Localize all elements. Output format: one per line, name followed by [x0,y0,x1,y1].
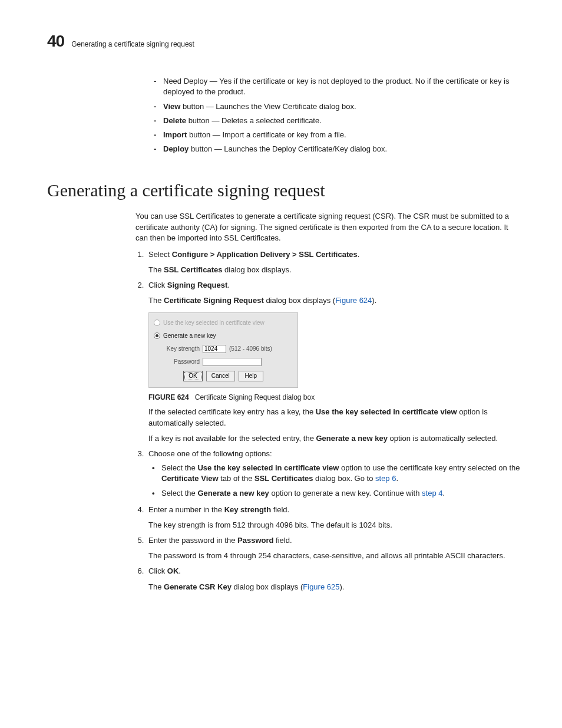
text: . [178,566,181,575]
step-3: Choose one of the following options: Sel… [146,449,521,499]
ok-button[interactable]: OK [183,371,202,381]
text: Certificate Signing Request [164,296,264,305]
text: dialog box displays ( [232,582,303,591]
key-strength-hint: (512 - 4096 bits) [229,345,272,353]
procedure-steps: Select Configure > Application Delivery … [135,249,521,592]
figure-link[interactable]: Figure 625 [303,582,339,591]
text: Choose one of the following options: [148,449,272,458]
text: OK [167,566,179,575]
step-4: Enter a number in the Key strength field… [146,505,521,531]
top-bullet-block: Need Deploy — Yes if the certificate or … [150,76,521,154]
text: The key strength is from 512 through 409… [148,520,521,531]
text: field. [273,536,292,545]
radio-label: Generate a new key [163,332,216,340]
text: Configure > Application Delivery > SSL C… [172,250,358,259]
text: field. [271,505,289,514]
step-5: Enter the password in the Password field… [146,535,521,561]
text: Enter the password in the [148,536,237,545]
text: View [163,102,180,111]
text: button — Import a certificate or key fro… [187,130,346,139]
list-item: Select the Generate a new key option to … [148,488,521,499]
text: option to generate a new key. Continue w… [269,489,422,498]
chapter-running-title: Generating a certificate signing request [71,39,194,50]
text: dialog box displays. [222,265,291,274]
text: Signing Request [167,281,228,289]
text: Select the [161,463,197,472]
figure-title: Certificate Signing Request dialog box [195,393,315,401]
csr-dialog-mock: Use the key selected in certificate view… [148,312,298,388]
radio-use-selected-key[interactable] [154,319,160,326]
step-6: Click OK. The Generate CSR Key dialog bo… [146,566,521,592]
intro-paragraph: You can use SSL Certificates to generate… [135,211,521,243]
text: button — Launches the View Certificate d… [180,102,356,111]
step-2: Click Signing Request. The Certificate S… [146,280,521,444]
key-strength-label: Key strength [163,345,200,353]
radio-generate-new-key[interactable] [154,332,160,339]
text: Generate a new key [197,489,269,498]
text: . [358,250,360,259]
text: Select [148,250,172,259]
password-label: Password [163,358,200,366]
text: Use the key selected in certificate view [197,463,339,472]
text: Need Deploy — Yes if the certificate or … [163,77,509,96]
text: ). [372,296,376,305]
text: If the selected certificate key entry ha… [148,407,316,416]
text: Select the [161,489,197,498]
list-item: Import button — Import a certificate or … [150,130,521,140]
text: . [396,474,398,483]
text: Key strength [224,505,271,514]
text: Deploy [163,144,189,153]
text: option to use the certificate key entry … [339,463,520,472]
text: ). [339,582,344,591]
figure-caption: FIGURE 624 Certificate Signing Request d… [148,393,521,403]
text: dialog box. Go to [313,474,376,483]
text: button — Launches the Deploy Certificate… [189,144,387,153]
text: option is automatically selected. [388,434,498,443]
text: Use the key selected in certificate view [316,407,457,416]
help-button[interactable]: Help [239,371,263,381]
text: The password is from 4 through 254 chara… [148,551,521,561]
text: Click [148,281,167,289]
text: tab of the [219,474,254,483]
running-header: 40 Generating a certificate signing requ… [47,29,521,52]
list-item: View button — Launches the View Certific… [150,101,521,112]
step-1: Select Configure > Application Delivery … [146,249,521,275]
step-link[interactable]: step 6 [375,474,396,483]
text: The [148,296,164,305]
section-heading: Generating a certificate signing request [47,178,521,203]
text: button — Deletes a selected certificate. [186,116,322,125]
text: Generate CSR Key [164,582,232,591]
figure-link[interactable]: Figure 624 [335,296,372,305]
text: The [148,582,164,591]
figure-label: FIGURE 624 [148,393,189,401]
text: . [227,281,230,289]
text: SSL Certificates [164,265,222,274]
text: Certificate View [161,474,219,483]
list-item: Need Deploy — Yes if the certificate or … [150,76,521,97]
cancel-button[interactable]: Cancel [206,371,235,381]
list-item: Select the Use the key selected in certi… [148,463,521,484]
text: Generate a new key [316,434,387,443]
radio-label: Use the key selected in certificate view [163,319,265,327]
password-input[interactable] [203,358,262,366]
text: Enter a number in the [148,505,224,514]
text: . [442,489,445,498]
list-item: Deploy button — Launches the Deploy Cert… [150,144,521,154]
text: Password [237,536,273,545]
text: Import [163,130,187,139]
section-body: You can use SSL Certificates to generate… [135,211,521,592]
text: Delete [163,116,186,125]
step-link[interactable]: step 4 [422,489,442,498]
chapter-number: 40 [47,29,64,52]
text: SSL Certificates [254,474,313,483]
text: The [148,265,164,274]
key-strength-input[interactable] [203,345,226,353]
text: dialog box displays ( [264,296,335,305]
list-item: Delete button — Deletes a selected certi… [150,116,521,126]
text: If a key is not available for the select… [148,434,316,443]
text: Click [148,566,167,575]
